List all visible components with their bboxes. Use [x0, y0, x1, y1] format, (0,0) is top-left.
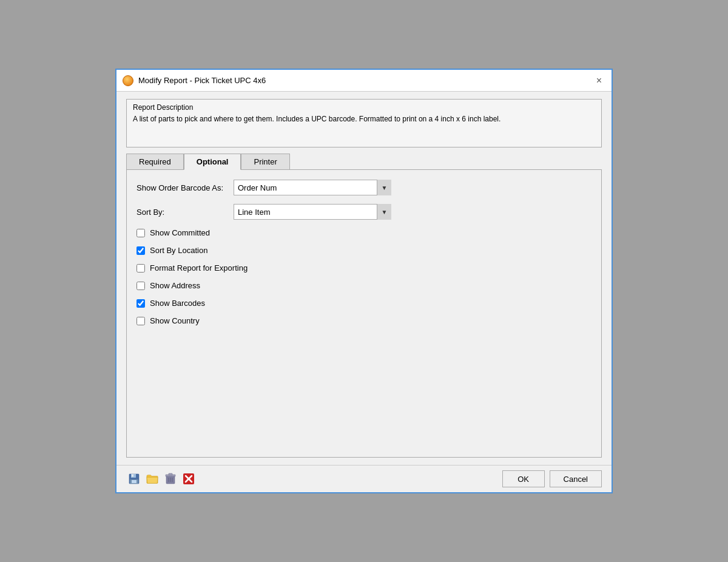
dialog-footer: OK Cancel	[116, 465, 612, 492]
checkbox-row-show-address: Show Address	[136, 281, 592, 290]
delete-icon-button[interactable]	[163, 472, 178, 486]
show-country-checkbox[interactable]	[136, 317, 145, 325]
checkbox-row-show-country: Show Country	[136, 316, 592, 325]
title-bar-left: Modify Report - Pick Ticket UPC 4x6	[123, 75, 266, 86]
close-button[interactable]: ×	[593, 75, 605, 87]
sort-by-location-label: Sort By Location	[150, 246, 207, 255]
tab-required[interactable]: Required	[126, 154, 184, 170]
dialog-body: Report Description A list of parts to pi…	[116, 92, 612, 465]
svg-rect-4	[132, 480, 136, 483]
dialog: Modify Report - Pick Ticket UPC 4x6 × Re…	[115, 69, 613, 493]
show-address-checkbox[interactable]	[136, 282, 145, 290]
tabs-row: Required Optional Printer	[126, 154, 602, 170]
show-committed-checkbox[interactable]	[136, 229, 145, 237]
tab-optional[interactable]: Optional	[184, 154, 241, 170]
sort-by-location-checkbox[interactable]	[136, 246, 145, 255]
cancel-button[interactable]: Cancel	[550, 470, 602, 487]
report-description-group: Report Description A list of parts to pi…	[126, 99, 602, 147]
discard-icon-button[interactable]	[181, 472, 197, 486]
report-description-legend: Report Description	[133, 103, 595, 112]
checkbox-row-show-committed: Show Committed	[136, 228, 592, 237]
format-report-checkbox[interactable]	[136, 264, 145, 273]
ok-button[interactable]: OK	[502, 470, 545, 487]
show-order-barcode-select[interactable]: Order Num Customer PO Sales Order	[234, 180, 391, 195]
discard-icon	[183, 473, 194, 484]
sort-by-label: Sort By:	[136, 208, 234, 217]
show-order-barcode-label: Show Order Barcode As:	[136, 183, 234, 192]
trash-icon	[165, 473, 176, 485]
title-bar: Modify Report - Pick Ticket UPC 4x6 ×	[116, 70, 612, 92]
checkbox-row-sort-by-location: Sort By Location	[136, 246, 592, 255]
checkboxes-area: Show Committed Sort By Location Format R…	[136, 228, 592, 325]
checkbox-row-format-report: Format Report for Exporting	[136, 263, 592, 273]
folder-icon	[146, 473, 158, 484]
svg-rect-7	[169, 473, 172, 475]
checkbox-row-show-barcodes: Show Barcodes	[136, 299, 592, 308]
show-country-label: Show Country	[150, 316, 200, 325]
save-icon	[128, 473, 140, 485]
sort-by-select-wrapper: Line Item Part Number Location ▼	[234, 204, 391, 220]
show-barcodes-label: Show Barcodes	[150, 299, 205, 308]
footer-right: OK Cancel	[502, 470, 602, 487]
sort-by-row: Sort By: Line Item Part Number Location …	[136, 204, 592, 220]
dialog-title: Modify Report - Pick Ticket UPC 4x6	[138, 76, 266, 85]
show-barcodes-checkbox[interactable]	[136, 299, 145, 308]
show-address-label: Show Address	[150, 281, 200, 290]
show-order-barcode-select-wrapper: Order Num Customer PO Sales Order ▼	[234, 180, 391, 195]
show-order-barcode-row: Show Order Barcode As: Order Num Custome…	[136, 180, 592, 195]
folder-icon-button[interactable]	[144, 472, 160, 486]
footer-icons	[126, 472, 197, 486]
tab-printer[interactable]: Printer	[241, 154, 289, 170]
report-description-text: A list of parts to pick and where to get…	[133, 114, 595, 124]
format-report-label: Format Report for Exporting	[150, 263, 248, 273]
save-icon-button[interactable]	[126, 472, 142, 486]
svg-rect-2	[132, 475, 133, 477]
tab-content-optional: Show Order Barcode As: Order Num Custome…	[126, 169, 602, 458]
app-icon	[123, 75, 133, 86]
sort-by-select[interactable]: Line Item Part Number Location	[234, 204, 391, 220]
show-committed-label: Show Committed	[150, 228, 210, 237]
